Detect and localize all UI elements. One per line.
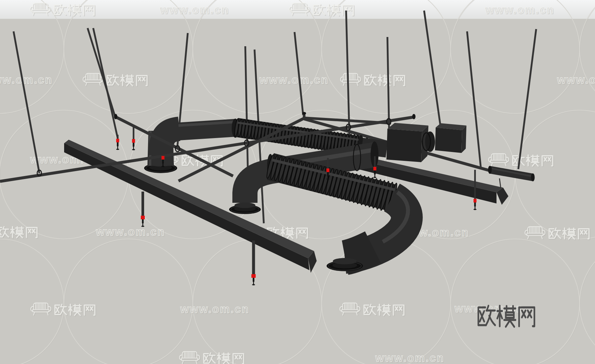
fan-box2-front [435, 127, 462, 153]
watermark-url-text: www.om.cn [259, 74, 329, 86]
model-preview-image: www.om.cnwww.om.cnwww.om.cnwww.om.cnwww.… [0, 0, 595, 364]
conduit-pipe-main-end-cap [412, 114, 416, 119]
pipe-coupler-left-cap [488, 166, 492, 174]
vent-flange-right-lip [333, 258, 357, 264]
hvac-duct-3d-render: www.om.cnwww.om.cnwww.om.cnwww.om.cnwww.… [0, 0, 595, 364]
vent-flange-center-lip [234, 202, 255, 208]
watermark-url-text: www.om.cn [180, 303, 249, 315]
conduit-pipe-left-end-cap [114, 114, 117, 119]
fan-box-front [386, 129, 422, 162]
sprinkler-deflector [252, 284, 255, 285]
sprinkler-deflector [116, 149, 119, 150]
watermark-url-text: www.om.cn [375, 352, 444, 364]
watermark-url-text: www.om.cn [159, 3, 229, 16]
pipe-junction-cap [302, 112, 306, 115]
sprinkler-deflector [141, 226, 144, 227]
watermark-url-text: www.om.cn [557, 74, 595, 86]
watermark-url-text: www.om.cn [0, 74, 53, 86]
sprinkler-deflector [374, 177, 377, 178]
sprinkler-deflector [327, 178, 330, 180]
pipe-coupler-right-cap [531, 173, 535, 181]
watermark-url-text: www.om.cn [485, 3, 554, 16]
duct-bell-flare [345, 247, 373, 258]
watermark-url-text: www.om.cn [96, 226, 165, 238]
sprinkler-deflector [474, 209, 477, 210]
sprinkler-deflector [132, 149, 135, 150]
duct-horizontal-left [178, 128, 235, 131]
sprinkler-deflector [162, 166, 165, 167]
